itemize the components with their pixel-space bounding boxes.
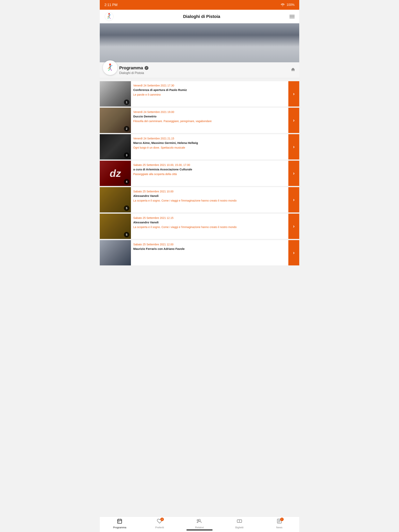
nav-label-preferiti: Preferiti <box>155 526 164 529</box>
chevron-right-icon: › <box>293 171 295 176</box>
event-speaker: a cura di Artemisia Associazione Cultura… <box>133 167 286 171</box>
event-number: 4 <box>124 179 129 184</box>
profile-section: Programma ✓ Dialoghi di Pistoia <box>100 62 299 78</box>
nav-label-biglietti: Biglietti <box>235 526 244 529</box>
event-title: Ogni luogo è un dove. Spettacolo musical… <box>133 146 286 149</box>
nav-item-programma[interactable]: Programma <box>112 518 127 529</box>
heart-icon: 0 <box>157 518 162 525</box>
event-arrow-button[interactable]: › <box>288 81 299 107</box>
ticket-icon <box>237 518 242 525</box>
event-content: Sabato 25 Settembre 2021 12.15 Alessandr… <box>131 214 288 239</box>
event-speaker: Conferenza di apertura di Paolo Rumiz <box>133 88 286 92</box>
home-icon[interactable] <box>291 67 295 73</box>
event-arrow-button[interactable]: › <box>288 214 299 239</box>
event-title: Le parole e il cammino <box>133 93 286 96</box>
event-item-1[interactable]: 1 Venerdì 24 Settembre 2021 17.30 Confer… <box>100 81 299 107</box>
nav-label-programma: Programma <box>113 526 126 529</box>
event-arrow-button[interactable]: › <box>288 187 299 212</box>
event-speaker: Maurizio Ferraris con Adriano Favole <box>133 247 286 251</box>
event-content: Venerdì 24 Settembre 2021 17.30 Conferen… <box>131 81 288 107</box>
event-arrow-button[interactable]: › <box>288 161 299 186</box>
event-item-2[interactable]: 2 Venerdì 24 Settembre 2021 19.00 Duccio… <box>100 108 299 133</box>
calendar-icon <box>117 518 122 525</box>
svg-point-20 <box>199 519 200 521</box>
svg-point-0 <box>282 6 283 6</box>
event-date: Sabato 25 Settembre 2021 12.00 <box>133 243 286 246</box>
event-arrow-button[interactable]: › <box>288 108 299 133</box>
hamburger-menu-icon[interactable] <box>290 15 295 18</box>
event-image: 3 <box>100 134 131 159</box>
chevron-right-icon: › <box>293 118 295 123</box>
nav-item-news[interactable]: 7 News <box>272 518 287 529</box>
nav-item-biglietti[interactable]: Biglietti <box>232 518 247 529</box>
event-content: Venerdì 24 Settembre 2021 21.15 Marco Ai… <box>131 134 288 159</box>
status-bar-right: 100% <box>281 3 295 7</box>
event-item-3[interactable]: 3 Venerdì 24 Settembre 2021 21.15 Marco … <box>100 134 299 159</box>
event-arrow-button[interactable]: › <box>288 134 299 159</box>
nav-item-preferiti[interactable]: 0 Preferiti <box>152 518 167 529</box>
event-content: Sabato 25 Settembre 2021 10.00 Alessandr… <box>131 187 288 212</box>
battery-text: 100% <box>287 3 295 7</box>
svg-line-6 <box>108 17 109 19</box>
event-number: 5 <box>124 205 129 211</box>
event-date: Venerdì 24 Settembre 2021 21.15 <box>133 137 286 140</box>
event-content: Sabato 25 Settembre 2021 12.00 Maurizio … <box>131 240 288 266</box>
svg-rect-19 <box>119 521 119 522</box>
news-badge: 7 <box>280 518 284 521</box>
hero-figure <box>100 23 299 62</box>
profile-subtitle: Dialoghi di Pistoia <box>119 71 295 75</box>
svg-point-21 <box>197 519 198 521</box>
nav-label-relatori: Relatori <box>195 526 204 529</box>
wifi-icon <box>281 3 285 7</box>
chevron-right-icon: › <box>293 250 295 255</box>
home-indicator <box>187 529 212 531</box>
svg-rect-15 <box>118 519 122 523</box>
svg-line-7 <box>109 17 110 19</box>
event-date: Sabato 25 Settembre 2021 10.00, 15.00, 1… <box>133 163 286 166</box>
profile-name: Programma ✓ <box>119 65 295 70</box>
event-date: Sabato 25 Settembre 2021 12.15 <box>133 216 286 219</box>
svg-point-2 <box>108 13 110 15</box>
event-date: Venerdì 24 Settembre 2021 17.30 <box>133 84 286 87</box>
event-title: La scoperta e il sogno. Come i viaggi e … <box>133 199 286 202</box>
chevron-right-icon: › <box>293 197 295 203</box>
chevron-right-icon: › <box>293 91 295 97</box>
nav-label-news: News <box>276 526 283 529</box>
event-number: 3 <box>124 152 129 158</box>
event-speaker: Alessandro Vanoli <box>133 221 286 224</box>
status-time: 2:11 PM <box>104 3 117 7</box>
event-image <box>100 240 131 266</box>
hero-image <box>100 23 299 62</box>
event-date: Venerdì 24 Settembre 2021 19.00 <box>133 110 286 114</box>
event-speaker: Marco Aime, Massimo Germini, Helena Hell… <box>133 141 286 145</box>
event-image: 2 <box>100 108 131 133</box>
nav-item-relatori[interactable]: Relatori <box>192 518 207 529</box>
event-image: 5 <box>100 187 131 212</box>
news-icon: 7 <box>277 518 282 525</box>
event-item-6[interactable]: 5 Sabato 25 Settembre 2021 12.15 Alessan… <box>100 214 299 239</box>
event-speaker: Duccio Demetrio <box>133 114 286 118</box>
events-list: 1 Venerdì 24 Settembre 2021 17.30 Confer… <box>100 78 299 269</box>
event-date: Sabato 25 Settembre 2021 10.00 <box>133 190 286 193</box>
event-title: La scoperta e il sogno. Come i viaggi e … <box>133 225 286 229</box>
event-image: 5 <box>100 214 131 239</box>
avatar <box>103 60 117 75</box>
status-bar: 2:11 PM 100% <box>100 0 299 10</box>
app-logo <box>104 12 114 21</box>
event-arrow-button[interactable]: › <box>288 240 299 266</box>
chevron-right-icon: › <box>293 144 295 150</box>
preferiti-badge: 0 <box>160 518 164 521</box>
event-image: dz 4 <box>100 161 131 186</box>
event-image: 1 <box>100 81 131 107</box>
event-item-4[interactable]: dz 4 Sabato 25 Settembre 2021 10.00, 15.… <box>100 161 299 186</box>
header-title: Dialoghi di Pistoia <box>183 14 220 19</box>
header: Dialoghi di Pistoia <box>100 10 299 23</box>
svg-point-9 <box>109 63 111 65</box>
event-content: Venerdì 24 Settembre 2021 19.00 Duccio D… <box>131 108 288 133</box>
people-icon <box>197 518 202 525</box>
event-title: Passeggiate alla scoperta della città <box>133 172 286 176</box>
event-number: 1 <box>124 100 129 105</box>
event-item-5[interactable]: 5 Sabato 25 Settembre 2021 10.00 Alessan… <box>100 187 299 212</box>
event-title: Filosofia del camminare. Passeggiare, pe… <box>133 119 286 123</box>
event-item-7[interactable]: Sabato 25 Settembre 2021 12.00 Maurizio … <box>100 240 299 266</box>
